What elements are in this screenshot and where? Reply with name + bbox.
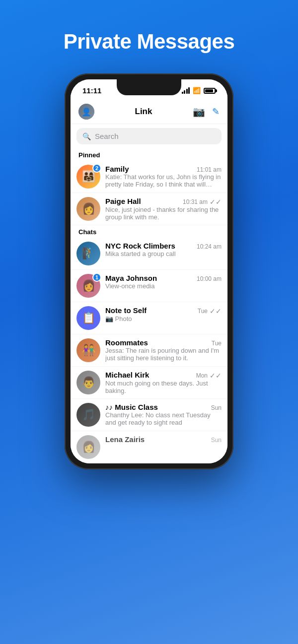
list-item[interactable]: 👩 Lena Zairis Sun [71, 431, 227, 463]
chat-time: Mon [196, 372, 208, 379]
phone-mockup: 11:11 📶 👤 Link [65, 73, 233, 644]
chat-preview-text: Mika started a group call [105, 250, 222, 258]
chat-top: Lena Zairis Sun [105, 435, 222, 444]
chat-preview-text: Chanthy Lee: No class next Tuesday and g… [105, 411, 222, 426]
chat-name: NYC Rock Climbers [105, 242, 175, 250]
chat-top: Note to Self Tue ✓✓ [105, 306, 222, 315]
chat-preview-text: Not much going on these days. Just bakin… [105, 380, 222, 394]
chat-preview-text: Nice, just joined - thanks for sharing t… [105, 206, 222, 221]
chat-top: Maya Johnson 10:00 am [105, 274, 222, 282]
phone-notch [117, 79, 181, 95]
avatar: 👩 [76, 435, 100, 459]
app-header: 👤 Link 📷 ✎ [71, 99, 227, 124]
chat-preview-text: View-once media [105, 282, 222, 290]
avatar: 👩 1 [76, 274, 100, 298]
chat-body: Note to Self Tue ✓✓ 📷 Photo [105, 306, 222, 322]
chats-list: 🧗 NYC Rock Climbers 10:24 am Mika starte… [71, 238, 227, 463]
chat-name: Michael Kirk [105, 371, 149, 379]
chat-time: Sun [211, 437, 222, 444]
chat-time: Sun [211, 404, 222, 411]
avatar: 👨 [76, 371, 100, 394]
list-item[interactable]: 👨‍👩‍👧 2 Family 11:01 am Katie: That work… [71, 161, 227, 193]
page-title: Private Messages [64, 30, 235, 54]
list-item[interactable]: 🧗 NYC Rock Climbers 10:24 am Mika starte… [71, 238, 227, 270]
avatar: 👩 [76, 197, 100, 221]
chat-name: Note to Self [105, 306, 147, 315]
pinned-section-label: Pinned [71, 148, 227, 161]
avatar: 🧗 [76, 242, 100, 265]
chat-preview-text: Jessa: The rain is pouring down and I'm … [105, 347, 222, 362]
chat-time: Tue [198, 308, 208, 315]
chat-name: Roommates [105, 338, 148, 347]
chat-top: Family 11:01 am [105, 165, 222, 173]
read-tick-icon: ✓✓ [210, 372, 222, 380]
chat-name: Family [105, 165, 129, 173]
chat-preview: Not much going on these days. Just bakin… [105, 380, 222, 394]
list-item[interactable]: 👩 Paige Hall 10:31 am ✓✓ Nice, just [71, 193, 227, 225]
read-tick-icon: ✓✓ [210, 307, 222, 315]
phone-frame: 11:11 📶 👤 Link [65, 73, 233, 469]
chats-section-label: Chats [71, 225, 227, 238]
search-bar[interactable]: 🔍 Search [76, 128, 222, 144]
pinned-list: 👨‍👩‍👧 2 Family 11:01 am Katie: That work… [71, 161, 227, 225]
signal-icon [182, 87, 190, 94]
status-icons: 📶 [182, 87, 216, 94]
chat-preview-text: Katie: That works for us, John is flying… [105, 173, 222, 188]
camera-button[interactable]: 📷 [193, 106, 205, 118]
unread-badge: 2 [92, 164, 101, 173]
chat-name: Lena Zairis [105, 435, 145, 444]
chat-name: ♪♪ Music Class [105, 403, 158, 411]
status-time: 11:11 [82, 86, 101, 95]
chat-body: NYC Rock Climbers 10:24 am Mika started … [105, 242, 222, 258]
chat-time: 10:00 am [197, 275, 222, 282]
list-item[interactable]: 🎵 ♪♪ Music Class Sun Chanthy Lee: No cla… [71, 399, 227, 431]
chat-time: Tue [212, 340, 222, 347]
chat-preview: Chanthy Lee: No class next Tuesday and g… [105, 411, 222, 426]
avatar: 🎵 [76, 403, 100, 427]
chat-preview-text: 📷 Photo [105, 315, 222, 322]
search-placeholder: Search [95, 132, 119, 140]
chat-preview: Jessa: The rain is pouring down and I'm … [105, 347, 222, 362]
chat-top: Michael Kirk Mon ✓✓ [105, 371, 222, 380]
chat-preview: View-once media [105, 282, 222, 290]
chat-body: Lena Zairis Sun [105, 435, 222, 444]
chat-time: 10:24 am [197, 243, 222, 250]
read-tick-icon: ✓✓ [210, 198, 222, 206]
list-item[interactable]: 👫 Roommates Tue Jessa: The rain is pouri… [71, 334, 227, 367]
chat-preview: 📷 Photo [105, 315, 222, 322]
search-icon: 🔍 [82, 132, 91, 140]
avatar: 👨‍👩‍👧 2 [76, 165, 100, 189]
chat-body: Maya Johnson 10:00 am View-once media [105, 274, 222, 290]
compose-button[interactable]: ✎ [212, 106, 220, 117]
chat-body: Paige Hall 10:31 am ✓✓ Nice, just joined… [105, 197, 222, 221]
chat-preview: Katie: That works for us, John is flying… [105, 173, 222, 188]
note-to-self-icon: 📋 [82, 312, 95, 324]
chat-preview: Nice, just joined - thanks for sharing t… [105, 206, 222, 221]
chat-name: Maya Johnson [105, 274, 157, 282]
phone-screen: 11:11 📶 👤 Link [71, 79, 227, 463]
chat-body: Roommates Tue Jessa: The rain is pouring… [105, 338, 222, 362]
chat-body: Michael Kirk Mon ✓✓ Not much going on th… [105, 371, 222, 394]
chat-time: 10:31 am [183, 198, 208, 205]
chat-top: Paige Hall 10:31 am ✓✓ [105, 197, 222, 206]
header-actions: 📷 ✎ [193, 106, 220, 118]
chat-preview: Mika started a group call [105, 250, 222, 258]
avatar: 👫 [76, 338, 100, 362]
list-item[interactable]: 👨 Michael Kirk Mon ✓✓ Not much goin [71, 367, 227, 399]
chat-body: Family 11:01 am Katie: That works for us… [105, 165, 222, 188]
chat-top: ♪♪ Music Class Sun [105, 403, 222, 411]
wifi-icon: 📶 [193, 87, 201, 94]
unread-badge: 1 [92, 273, 101, 282]
chat-name: Paige Hall [105, 197, 141, 205]
chat-top: NYC Rock Climbers 10:24 am [105, 242, 222, 250]
avatar: 📋 [76, 306, 100, 330]
list-item[interactable]: 👩 1 Maya Johnson 10:00 am View-once medi… [71, 270, 227, 302]
avatar[interactable]: 👤 [78, 104, 94, 120]
list-item[interactable]: 📋 Note to Self Tue ✓✓ 📷 Photo [71, 302, 227, 334]
header-title: Link [135, 107, 152, 117]
battery-icon [204, 88, 216, 94]
chat-top: Roommates Tue [105, 338, 222, 347]
chat-time: 11:01 am [197, 166, 222, 173]
chat-body: ♪♪ Music Class Sun Chanthy Lee: No class… [105, 403, 222, 426]
